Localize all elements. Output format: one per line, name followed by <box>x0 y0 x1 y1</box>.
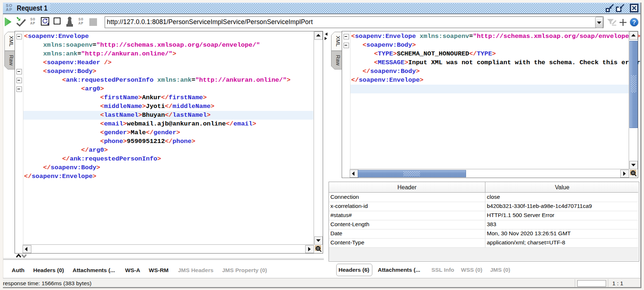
svg-text:XML: XML <box>8 36 14 47</box>
svg-text:XML: XML <box>335 36 341 47</box>
svg-text:Raw: Raw <box>335 55 341 66</box>
svg-text:Raw: Raw <box>8 55 14 66</box>
svg-text:?: ? <box>632 19 636 26</box>
